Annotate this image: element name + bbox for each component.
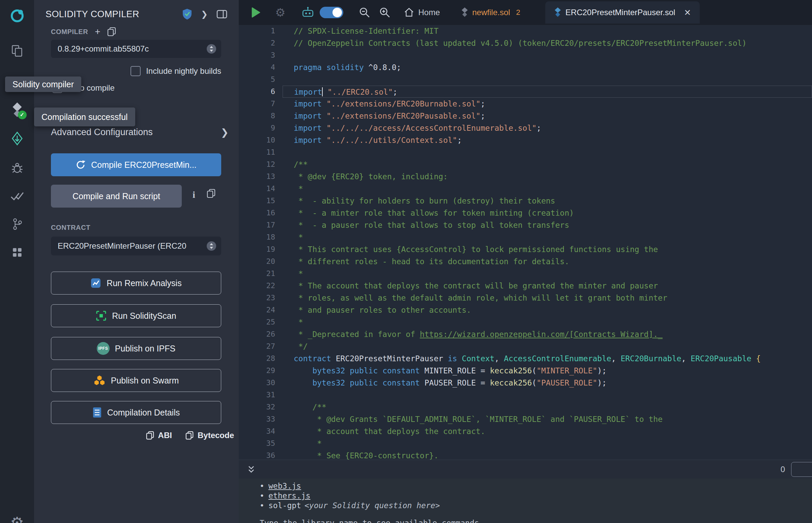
code-line-29[interactable]: 29 bytes32 public constant MINTER_ROLE =… [239,365,812,377]
ai-copilot-toggle[interactable] [320,7,343,18]
zoom-out-icon[interactable] [359,7,370,18]
code-line-27[interactable]: 27 */ [239,340,812,353]
code-area[interactable]: 1// SPDX-License-Identifier: MIT2// Open… [239,25,812,459]
home-icon[interactable] [404,7,414,18]
remix-logo[interactable] [0,7,34,23]
publish-swarm-button[interactable]: Publish on Swarm [51,369,221,392]
remix-ide-window: ✓ [0,0,812,523]
tab-erc20presetminterpauser[interactable]: ERC20PresetMinterPauser.sol ✕ [545,1,700,23]
tooltip-compilation-successful: Compilation successful [34,108,135,126]
select-stepper-icon [206,241,216,251]
terminal-content[interactable]: •web3.js•ethers.js•sol-gpt<your Solidity… [239,479,812,523]
code-line-17[interactable]: 17 * - a pauser role that allows to stop… [239,219,812,231]
tab-label: newfile.sol [473,8,510,17]
abi-bytecode-row: ABI Bytecode [146,431,234,440]
code-line-14[interactable]: 14 * [239,183,812,195]
compiler-version-select[interactable]: 0.8.29+commit.ab55807c [51,40,221,58]
solidity-compiler-icon[interactable]: ✓ [0,102,34,117]
code-line-15[interactable]: 15 * - ability for holders to burn (dest… [239,195,812,207]
code-line-24[interactable]: 24 * and pauser roles to other accounts. [239,304,812,316]
terminal-item[interactable]: •web3.js [260,481,812,491]
nightly-builds-checkbox[interactable] [130,66,141,76]
code-line-11[interactable]: 11 [239,146,812,158]
compilation-success-badge: ✓ [18,110,27,119]
code-line-19[interactable]: 19 * This contract uses {AccessControl} … [239,243,812,255]
tab-error-badge: 2 [516,8,520,17]
publish-ipfs-button[interactable]: IPFS Publish on IPFS [51,337,221,360]
code-line-16[interactable]: 16 * - a minter role that allows for tok… [239,207,812,219]
copy-abi-button[interactable]: ABI [146,431,172,440]
deploy-run-icon[interactable] [0,131,34,146]
unit-testing-icon[interactable] [0,192,34,201]
terminal-search-input[interactable] [791,462,812,477]
compiler-section-label: COMPILER + [51,26,116,37]
git-icon[interactable] [0,218,34,231]
terminal-item[interactable]: •ethers.js [260,491,812,501]
tab-newfile[interactable]: newfile.sol 2 [458,0,524,25]
compile-button[interactable]: Compile ERC20PresetMin... [51,153,221,176]
chevron-right-icon[interactable]: ❯ [201,10,208,19]
code-line-2[interactable]: 2// OpenZeppelin Contracts (last updated… [239,37,812,49]
line-number: 3 [239,49,283,61]
select-stepper-icon [206,44,216,54]
code-line-26[interactable]: 26 * _Deprecated in favor of https://wiz… [239,328,812,340]
code-line-35[interactable]: 35 * [239,437,812,450]
code-line-6[interactable]: 6import "../ERC20.sol"; [239,86,812,98]
code-line-9[interactable]: 9import "../../../access/AccessControlEn… [239,122,812,134]
code-line-28[interactable]: 28contract ERC20PresetMinterPauser is Co… [239,353,812,365]
code-line-13[interactable]: 13 * @dev {ERC20} token, including: [239,170,812,183]
expand-terminal-icon[interactable] [247,465,255,474]
code-line-33[interactable]: 33 * @dev Grants `DEFAULT_ADMIN_ROLE`, `… [239,413,812,425]
code-line-8[interactable]: 8import "../extensions/ERC20Pausable.sol… [239,110,812,122]
code-line-25[interactable]: 25 * [239,316,812,328]
line-number: 20 [239,255,283,268]
play-icon[interactable] [250,7,261,18]
code-line-5[interactable]: 5 [239,73,812,86]
debugger-icon[interactable] [0,161,34,173]
tab-home[interactable]: Home [418,8,440,17]
compile-and-run-button[interactable]: Compile and Run script [51,185,182,208]
plugin-manager-icon[interactable] [0,247,34,258]
contract-select[interactable]: ERC20PresetMinterPauser (ERC20 [51,237,221,255]
line-number: 25 [239,316,283,328]
code-line-18[interactable]: 18 * [239,231,812,243]
info-icon[interactable]: i [193,190,195,200]
terminal-bar: 0 [239,459,812,479]
copy-bytecode-button[interactable]: Bytecode [186,431,234,440]
code-line-20[interactable]: 20 * different roles - head to its docum… [239,255,812,268]
code-line-36[interactable]: 36 * See {ERC20-constructor}. [239,450,812,459]
solidity-file-icon [461,7,469,18]
code-line-10[interactable]: 10import "../../../utils/Context.sol"; [239,134,812,146]
pin-panel-icon[interactable] [216,9,227,20]
code-line-4[interactable]: 4pragma solidity ^0.8.0; [239,61,812,73]
code-line-21[interactable]: 21 * [239,268,812,280]
code-line-30[interactable]: 30 bytes32 public constant PAUSER_ROLE =… [239,377,812,389]
copy-icon[interactable] [107,27,116,36]
settings-gear-icon[interactable]: ⚙ [0,513,34,523]
run-solidityscan-button[interactable]: Run SolidityScan [51,304,221,327]
code-line-22[interactable]: 22 * The account that deploys the contra… [239,280,812,292]
details-icon [92,407,102,418]
bullet-icon: • [260,481,268,491]
run-remix-analysis-button[interactable]: Run Remix Analysis [51,272,221,294]
code-line-32[interactable]: 32 /** [239,401,812,413]
copy-icon[interactable] [207,189,215,198]
terminal-suggestions: •web3.js•ethers.js•sol-gpt<your Solidity… [260,481,812,510]
code-line-1[interactable]: 1// SPDX-License-Identifier: MIT [239,25,812,37]
code-line-31[interactable]: 31 [239,389,812,401]
code-line-34[interactable]: 34 * account that deploys the contract. [239,425,812,437]
file-explorer-icon[interactable] [0,44,34,57]
code-line-3[interactable]: 3 [239,49,812,61]
script-config-gear-icon[interactable]: ⚙ [275,6,285,19]
shield-icon [182,8,192,20]
add-compiler-icon[interactable]: + [95,26,101,37]
tooltip-solidity-compiler: Solidity compiler [5,76,81,92]
code-line-7[interactable]: 7import "../extensions/ERC20Burnable.sol… [239,98,812,110]
code-line-23[interactable]: 23 * roles, as well as the default admin… [239,292,812,304]
zoom-in-icon[interactable] [379,7,390,18]
code-line-12[interactable]: 12/** [239,158,812,170]
advanced-configurations[interactable]: Advanced Configurations ❯ [51,124,229,140]
scan-icon [96,310,107,321]
compilation-details-button[interactable]: Compilation Details [51,401,221,424]
close-icon[interactable]: ✕ [684,8,691,18]
